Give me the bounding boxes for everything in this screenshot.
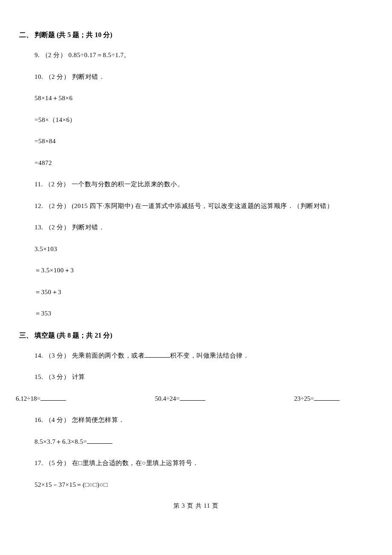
blank-input[interactable] xyxy=(180,394,205,401)
question-14-pre: 14. （3 分） 先乘前面的两个数，或者 xyxy=(35,352,144,359)
question-10-line-3: =58×84 xyxy=(35,136,373,146)
question-15-head: 15. （3 分） 计算 xyxy=(35,372,373,382)
section-3-heading: 三、 填空题 (共 8 题；共 21 分) xyxy=(19,330,373,341)
question-17-line-1: 52×15－37×15＝(□○□)○□ xyxy=(35,480,373,490)
q15-c2-pre: 50.4÷24= xyxy=(155,395,180,402)
question-11: 11. （2 分） 一个数与分数的积一定比原来的数小。 xyxy=(35,179,373,189)
question-10-line-4: =4872 xyxy=(35,158,373,168)
question-10-head: 10. （2 分） 判断对错． xyxy=(35,72,373,82)
question-16-line-1: 8.5×3.7＋6.3×8.5= xyxy=(35,437,373,447)
question-13-head: 13. （2 分） 判断对错． xyxy=(35,223,373,232)
question-13-line-1: 3.5×103 xyxy=(35,244,373,254)
question-14: 14. （3 分） 先乘前面的两个数，或者积不变，叫做乘法结合律． xyxy=(35,351,373,361)
question-10-line-2: =58×（14×6） xyxy=(35,115,373,125)
section-2-heading: 二、 判断题 (共 5 题；共 10 分) xyxy=(19,30,373,40)
q15-c1-pre: 6.12÷18= xyxy=(16,395,40,402)
blank-input[interactable] xyxy=(40,394,66,401)
question-15-col-2: 50.4÷24= xyxy=(155,394,205,404)
question-14-post: 积不变，叫做乘法结合律． xyxy=(170,352,249,359)
blank-input[interactable] xyxy=(314,394,340,401)
q16-l1-pre: 8.5×3.7＋6.3×8.5= xyxy=(35,438,87,445)
question-13-line-3: ＝350＋3 xyxy=(35,287,373,297)
question-12: 12. （2 分） (2015 四下·东阿期中) 在一道算式中添减括号，可以改变… xyxy=(35,201,373,211)
question-16-head: 16. （4 分） 怎样简便怎样算． xyxy=(35,415,373,425)
blank-input[interactable] xyxy=(144,351,170,358)
question-15-col-3: 23÷25= xyxy=(294,394,340,404)
question-17-head: 17. （5 分） 在□里填上合适的数，在○里填上运算符号． xyxy=(35,458,373,468)
blank-input[interactable] xyxy=(87,437,112,444)
question-15-row: 6.12÷18= 50.4÷24= 23÷25= xyxy=(16,394,340,404)
q15-c3-pre: 23÷25= xyxy=(294,395,314,402)
question-9: 9. （2 分） 0.85÷0.17＝8.5÷1.7。 xyxy=(35,50,373,60)
question-13-line-4: ＝353 xyxy=(35,309,373,318)
question-10-line-1: 58×14＋58×6 xyxy=(35,93,373,103)
question-15-col-1: 6.12÷18= xyxy=(16,394,66,404)
page-footer: 第 3 页 共 11 页 xyxy=(19,501,373,510)
question-13-line-2: ＝3.5×100＋3 xyxy=(35,266,373,275)
